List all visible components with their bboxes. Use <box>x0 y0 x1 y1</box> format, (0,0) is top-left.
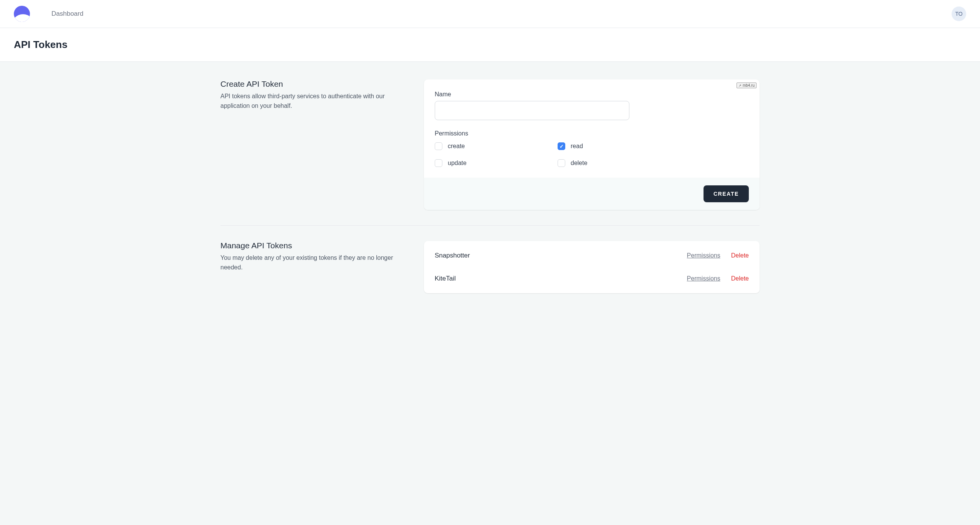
permission-update-label: update <box>448 160 467 167</box>
permission-update[interactable]: update <box>435 159 542 167</box>
token-actions: PermissionsDelete <box>687 275 749 282</box>
token-list: SnapshotterPermissionsDeleteKiteTailPerm… <box>424 241 760 293</box>
permission-delete-checkbox[interactable] <box>558 159 565 167</box>
create-token-card-footer: CREATE <box>424 178 760 210</box>
permission-delete[interactable]: delete <box>558 159 665 167</box>
create-token-description: API tokens allow third-party services to… <box>220 92 401 111</box>
permission-create-checkbox[interactable] <box>435 142 442 150</box>
permission-create[interactable]: create <box>435 142 542 150</box>
app-logo-icon[interactable] <box>14 6 30 22</box>
token-row: SnapshotterPermissionsDelete <box>424 244 760 267</box>
create-token-card-body: Name Permissions createreadupdatedelete <box>424 79 760 178</box>
manage-tokens-section: Manage API Tokens You may delete any of … <box>220 241 760 293</box>
create-token-aside: Create API Token API tokens allow third-… <box>220 79 401 210</box>
create-token-card: mb4.ru Name Permissions createreadupdate… <box>424 79 760 210</box>
watermark-badge: mb4.ru <box>737 83 757 88</box>
token-row: KiteTailPermissionsDelete <box>424 267 760 290</box>
permission-delete-label: delete <box>571 160 588 167</box>
token-actions: PermissionsDelete <box>687 252 749 259</box>
token-name: Snapshotter <box>435 252 470 259</box>
create-token-heading: Create API Token <box>220 79 401 89</box>
avatar[interactable]: TO <box>952 7 966 21</box>
manage-tokens-heading: Manage API Tokens <box>220 241 401 250</box>
permission-read-checkbox[interactable] <box>558 142 565 150</box>
topbar-left: Dashboard <box>14 6 83 22</box>
section-divider <box>220 225 760 226</box>
token-name: KiteTail <box>435 275 456 282</box>
create-token-section: Create API Token API tokens allow third-… <box>220 79 760 210</box>
create-token-main: mb4.ru Name Permissions createreadupdate… <box>424 79 760 210</box>
nav-dashboard-link[interactable]: Dashboard <box>51 10 83 18</box>
manage-tokens-card: SnapshotterPermissionsDeleteKiteTailPerm… <box>424 241 760 293</box>
main-container: Create API Token API tokens allow third-… <box>207 62 773 309</box>
topbar: Dashboard TO <box>0 0 980 28</box>
manage-tokens-description: You may delete any of your existing toke… <box>220 253 401 272</box>
token-permissions-link[interactable]: Permissions <box>687 275 720 282</box>
permission-create-label: create <box>448 143 465 150</box>
page-title: API Tokens <box>14 39 966 51</box>
token-delete-link[interactable]: Delete <box>731 275 749 282</box>
create-button[interactable]: CREATE <box>704 185 749 202</box>
name-label: Name <box>435 91 749 98</box>
token-name-input[interactable] <box>435 101 629 120</box>
manage-tokens-aside: Manage API Tokens You may delete any of … <box>220 241 401 293</box>
permissions-label: Permissions <box>435 130 749 137</box>
permission-read[interactable]: read <box>558 142 665 150</box>
token-permissions-link[interactable]: Permissions <box>687 252 720 259</box>
permissions-grid: createreadupdatedelete <box>435 142 665 167</box>
permission-update-checkbox[interactable] <box>435 159 442 167</box>
manage-tokens-main: SnapshotterPermissionsDeleteKiteTailPerm… <box>424 241 760 293</box>
permission-read-label: read <box>571 143 583 150</box>
page-header: API Tokens <box>0 28 980 62</box>
token-delete-link[interactable]: Delete <box>731 252 749 259</box>
